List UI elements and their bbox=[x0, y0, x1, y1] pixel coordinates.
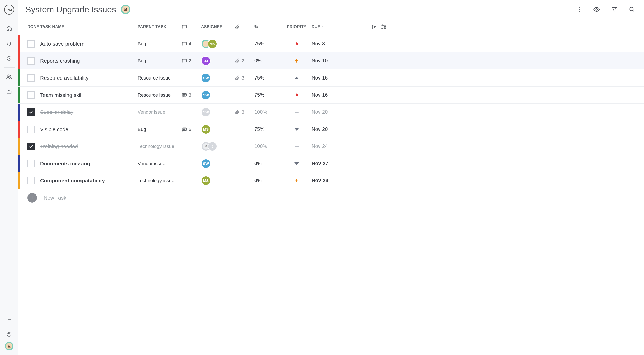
due-date: Nov 28 bbox=[312, 178, 362, 183]
project-owner-avatar[interactable] bbox=[121, 5, 130, 14]
flame-icon bbox=[294, 92, 299, 98]
assignee-avatar[interactable]: SW bbox=[201, 107, 211, 117]
svg-point-1 bbox=[7, 75, 9, 77]
assignee-cell[interactable]: MS bbox=[201, 176, 235, 185]
sort-icon[interactable] bbox=[371, 24, 377, 30]
due-date: Nov 20 bbox=[312, 109, 362, 115]
header-percent[interactable]: % bbox=[254, 25, 281, 29]
assignee-avatar[interactable]: J bbox=[208, 142, 217, 151]
task-name[interactable]: Component compatability bbox=[38, 178, 138, 184]
task-row[interactable]: Resource availabilityResource issueSW375… bbox=[18, 69, 644, 86]
header-due[interactable]: DUE bbox=[312, 25, 362, 29]
assignee-cell[interactable]: JJ bbox=[201, 56, 235, 66]
header-priority[interactable]: PRIORITY bbox=[281, 25, 312, 29]
task-name[interactable]: Reports crashing bbox=[38, 58, 138, 64]
header-comments-icon[interactable] bbox=[182, 24, 201, 30]
task-row[interactable]: Documents missingVendor issueSW0%Nov 27 bbox=[18, 155, 644, 172]
assignee-cell[interactable]: SW bbox=[201, 159, 235, 168]
settings-sliders-icon[interactable] bbox=[381, 24, 387, 30]
task-row[interactable]: Training neededTechnology issueJ100%Nov … bbox=[18, 138, 644, 155]
assignee-cell[interactable]: SW bbox=[201, 73, 235, 83]
priority-cell[interactable] bbox=[281, 146, 312, 147]
assignee-avatar[interactable]: MS bbox=[201, 176, 211, 185]
header-assignee[interactable]: ASSIGNEE bbox=[201, 25, 235, 29]
add-task-button[interactable] bbox=[27, 193, 37, 203]
priority-cell[interactable] bbox=[281, 128, 312, 131]
done-checkbox[interactable] bbox=[27, 160, 35, 167]
briefcase-icon[interactable] bbox=[4, 86, 15, 97]
more-icon[interactable] bbox=[574, 4, 584, 14]
user-avatar[interactable] bbox=[5, 342, 13, 350]
task-row[interactable]: Reports crashingBug2JJ20%Nov 10 bbox=[18, 52, 644, 69]
task-name[interactable]: Supplier delay bbox=[38, 109, 138, 115]
clock-icon[interactable] bbox=[4, 53, 15, 64]
comment-count[interactable]: 2 bbox=[182, 58, 201, 64]
priority-cell[interactable] bbox=[281, 162, 312, 165]
assignee-avatar[interactable]: JJ bbox=[201, 56, 211, 66]
task-name[interactable]: Visible code bbox=[38, 126, 138, 132]
assignee-avatar[interactable]: SW bbox=[201, 90, 211, 100]
header-done[interactable]: DONE bbox=[20, 25, 38, 29]
assignee-cell[interactable]: MS bbox=[201, 39, 235, 49]
task-row[interactable]: Auto-save problemBug4MS75%Nov 8 bbox=[18, 35, 644, 52]
assignee-avatar[interactable]: MS bbox=[208, 39, 217, 49]
comment-count[interactable]: 6 bbox=[182, 127, 201, 132]
header-attachment-icon[interactable] bbox=[235, 24, 254, 29]
priority-cell[interactable] bbox=[281, 76, 312, 80]
task-row[interactable]: Component compatabilityTechnology issueM… bbox=[18, 172, 644, 189]
attachment-count[interactable]: 3 bbox=[235, 109, 254, 115]
eye-icon[interactable] bbox=[592, 4, 602, 14]
bell-icon[interactable] bbox=[4, 38, 15, 49]
priority-cell[interactable] bbox=[281, 58, 312, 63]
task-name[interactable]: Team missing skill bbox=[38, 92, 138, 98]
paperclip-icon bbox=[235, 75, 240, 81]
task-name[interactable]: Training needed bbox=[38, 143, 138, 149]
help-icon[interactable] bbox=[4, 329, 15, 340]
filter-icon[interactable] bbox=[609, 4, 619, 14]
attachment-count[interactable]: 2 bbox=[235, 58, 254, 64]
app-logo[interactable]: PM bbox=[4, 5, 14, 15]
parent-task: Bug bbox=[138, 41, 182, 47]
task-name[interactable]: Auto-save problem bbox=[38, 41, 138, 47]
done-checkbox[interactable] bbox=[27, 91, 35, 99]
assignee-avatar[interactable]: SW bbox=[201, 159, 211, 168]
dash-icon bbox=[294, 146, 299, 147]
svg-point-21 bbox=[383, 28, 384, 29]
people-icon[interactable] bbox=[4, 71, 15, 82]
done-checkbox[interactable] bbox=[27, 74, 35, 82]
search-icon[interactable] bbox=[627, 4, 637, 14]
parent-task: Bug bbox=[138, 58, 182, 64]
priority-cell[interactable] bbox=[281, 111, 312, 113]
assignee-cell[interactable]: SW bbox=[201, 107, 235, 117]
plus-icon[interactable] bbox=[4, 314, 15, 325]
done-checkbox[interactable] bbox=[27, 40, 35, 48]
done-checkbox[interactable] bbox=[27, 57, 35, 65]
priority-cell[interactable] bbox=[281, 178, 312, 183]
assignee-cell[interactable]: J bbox=[201, 142, 235, 151]
task-name[interactable]: Documents missing bbox=[38, 161, 138, 167]
priority-cell[interactable] bbox=[281, 92, 312, 98]
task-row[interactable]: Supplier delayVendor issueSW3100%Nov 20 bbox=[18, 103, 644, 121]
color-bar bbox=[18, 87, 20, 103]
svg-rect-3 bbox=[7, 91, 11, 94]
task-row[interactable]: Visible codeBug6MS75%Nov 20 bbox=[18, 121, 644, 138]
assignee-avatar[interactable]: SW bbox=[201, 73, 211, 83]
done-checkbox[interactable] bbox=[27, 126, 35, 133]
svg-point-16 bbox=[596, 9, 598, 10]
assignee-avatar[interactable]: MS bbox=[201, 125, 211, 134]
attachment-count[interactable]: 3 bbox=[235, 75, 254, 81]
priority-cell[interactable] bbox=[281, 41, 312, 47]
done-checkbox[interactable] bbox=[27, 143, 35, 150]
done-checkbox[interactable] bbox=[27, 177, 35, 184]
comment-count[interactable]: 4 bbox=[182, 41, 201, 47]
header-parent-task[interactable]: PARENT TASK bbox=[138, 25, 182, 29]
comment-count[interactable]: 3 bbox=[182, 92, 201, 98]
assignee-cell[interactable]: MS bbox=[201, 125, 235, 134]
home-icon[interactable] bbox=[4, 23, 15, 34]
task-name[interactable]: Resource availability bbox=[38, 75, 138, 81]
header-task-name[interactable]: TASK NAME bbox=[38, 25, 138, 29]
task-row[interactable]: Team missing skillResource issue3SW75%No… bbox=[18, 86, 644, 103]
assignee-cell[interactable]: SW bbox=[201, 90, 235, 100]
new-task-row[interactable]: New Task bbox=[18, 189, 644, 206]
done-checkbox[interactable] bbox=[27, 108, 35, 116]
